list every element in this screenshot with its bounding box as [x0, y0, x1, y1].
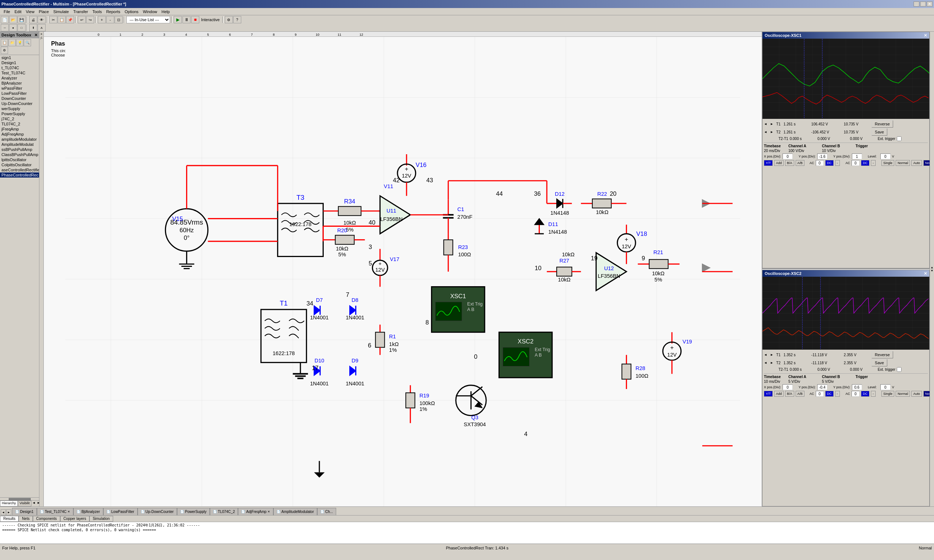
osc2-save-button[interactable]: Save [872, 359, 887, 366]
design-item-phase-short[interactable]: aseControlledRectifie [0, 167, 39, 172]
osc2-ac-a-val[interactable] [816, 391, 824, 397]
osc1-xpos-input[interactable] [783, 154, 793, 159]
bottom-tab-lowpassfilter[interactable]: 📄 LowPassFilter [103, 508, 137, 515]
osc2-dc-b-button[interactable]: DC [861, 391, 869, 397]
osc2-t1-arrow-right[interactable]: ► [770, 353, 773, 357]
design-item-downcounter[interactable]: DownCounter [0, 96, 39, 101]
osc2-ext-trigger-checkbox[interactable] [897, 367, 902, 372]
bottom-tab-bjtanalyzer[interactable]: 📄 BjtAnalyzer [73, 508, 103, 515]
osc2-single-button[interactable]: Single [882, 391, 894, 397]
design-item-design1[interactable]: Design1 [0, 60, 39, 65]
osc1-close-icon[interactable]: ✕ [924, 33, 927, 38]
new-button[interactable]: 📄 [1, 16, 9, 23]
design-item-updowncounter[interactable]: Up-DownCounter [0, 101, 39, 106]
annotation-button[interactable]: A [38, 24, 46, 31]
bottom-tab-powersupply[interactable]: 📄 PowerSupply [177, 508, 210, 515]
osc1-ext-trigger-checkbox[interactable] [897, 136, 902, 141]
osc1-save-button[interactable]: Save [872, 128, 887, 135]
osc1-add-button[interactable]: Add [774, 160, 784, 166]
osc1-reverse-button[interactable]: Reverse [872, 120, 893, 128]
design-item-phase-full[interactable]: PhaseControlledRec [0, 172, 39, 178]
toolbox-icon-1[interactable]: 📋 [1, 39, 8, 46]
osc2-yt-button[interactable]: Y/T [764, 391, 773, 397]
osc1-t2-arrow-left[interactable]: ◄ [764, 130, 767, 134]
design-item-ssbpushpull[interactable]: ssBPushPullAmp [0, 147, 39, 152]
bottom-tab-updowncounter[interactable]: 📄 Up-DownCounter [137, 508, 177, 515]
pause-button[interactable]: ⏸ [182, 16, 190, 23]
bottom-tab-adjfreqamp[interactable]: 📄 AdjFreqAmp ✕ [238, 508, 273, 515]
design-item-amplitudemodulat[interactable]: AmplitudeModulat [0, 142, 39, 147]
osc1-auto-button[interactable]: Auto [911, 160, 922, 166]
in-use-list-dropdown[interactable]: --- In-Use List --- [126, 16, 170, 23]
menu-tools[interactable]: Tools [90, 9, 104, 15]
status-tab-components[interactable]: Components [33, 516, 60, 522]
toolbox-close[interactable]: ✕ [34, 33, 38, 38]
tab-close-test[interactable]: ✕ [68, 510, 70, 513]
copy-button[interactable]: 📋 [58, 16, 66, 23]
hierarchy-tab[interactable]: Hierarchy [0, 501, 18, 506]
visibility-tab[interactable]: Visibilit [18, 501, 32, 506]
expand-down[interactable]: ▼ [931, 269, 934, 272]
osc2-close-icon[interactable]: ✕ [924, 271, 927, 276]
status-tab-simulation[interactable]: Simulation [90, 516, 113, 522]
help-button[interactable]: ? [233, 16, 241, 23]
probe-button[interactable]: ⬆ [29, 24, 37, 31]
osc2-reverse-button[interactable]: Reverse [872, 351, 893, 358]
menu-help[interactable]: Help [159, 9, 172, 15]
bottom-tab-design1[interactable]: 📄 Design1 [12, 508, 37, 515]
wire-button[interactable]: ─ [1, 24, 9, 31]
design-item-tl074c2[interactable]: TL074C_2 [0, 122, 39, 126]
minimize-button[interactable]: _ [914, 2, 919, 6]
osc1-normal-button[interactable]: Normal [896, 160, 910, 166]
menu-place[interactable]: Place [37, 9, 51, 15]
osc1-ba-button[interactable]: B/A [785, 160, 794, 166]
design-item-t-tl074c[interactable]: t_TL074C [0, 65, 39, 70]
osc1-dc-a-minus[interactable]: - [835, 160, 840, 166]
osc2-dc-a-minus[interactable]: - [835, 391, 840, 397]
osc1-dc-a-button[interactable]: DC [825, 160, 834, 166]
bottom-tab-tl074c2[interactable]: 📄 TL074C_2 [210, 508, 238, 515]
open-button[interactable]: 📂 [9, 16, 17, 23]
osc1-ac-a-val[interactable] [816, 160, 824, 166]
expand-up[interactable]: ▲ [931, 266, 934, 269]
paste-button[interactable]: 📌 [66, 16, 74, 23]
run-button[interactable]: ▶ [174, 16, 182, 23]
menu-view[interactable]: View [24, 9, 37, 15]
bottom-tab-amplitudemod[interactable]: 📄 AmplitudeModulator [273, 508, 317, 515]
osc1-dc-b-button[interactable]: DC [861, 160, 869, 166]
osc2-dc-b-minus[interactable]: - [871, 391, 875, 397]
osc2-t2-arrow-left[interactable]: ◄ [764, 361, 767, 365]
tab-nav-left[interactable]: ◄ [1, 509, 6, 515]
tab-nav-right[interactable]: ► [6, 509, 11, 515]
maximize-button[interactable]: □ [920, 2, 926, 6]
osc2-ac-b-val[interactable] [852, 391, 860, 397]
menu-file[interactable]: File [2, 9, 12, 15]
design-item-amplitudemod[interactable]: amplitudeModulator [0, 137, 39, 142]
status-tab-results[interactable]: Results [0, 516, 19, 522]
osc1-ypos-a-input[interactable] [817, 154, 827, 159]
toolbox-icon-5[interactable]: ⚙ [1, 47, 8, 54]
osc2-xpos-input[interactable] [783, 384, 793, 390]
junction-button[interactable]: ● [9, 24, 17, 31]
design-item-test-tl074c[interactable]: Test_TL074C [0, 70, 39, 75]
redo-button[interactable]: ↪ [86, 16, 94, 23]
osc1-ab-button[interactable]: A/B [796, 160, 805, 166]
toolbox-icon-4[interactable]: 🔍 [24, 39, 31, 46]
design-item-lpitts[interactable]: lpittsOscillator [0, 157, 39, 162]
menu-window[interactable]: Window [140, 9, 159, 15]
menu-transfer[interactable]: Transfer [71, 9, 91, 15]
osc1-dc-b-minus[interactable]: - [871, 160, 875, 166]
design-item-colpitts[interactable]: ColpittsOscillator [0, 162, 39, 167]
bottom-tab-ch[interactable]: 📄 Ch... [317, 508, 336, 515]
design-item-sign1[interactable]: sign1 [0, 55, 39, 60]
design-item-powersupply[interactable]: PowerSupply [0, 111, 39, 116]
print-preview-button[interactable]: 👁 [38, 16, 46, 23]
osc2-normal-button[interactable]: Normal [896, 391, 910, 397]
osc1-t2-arrow-right[interactable]: ► [770, 130, 773, 134]
osc1-ypos-b-input[interactable] [852, 154, 862, 159]
toolbox-icon-3[interactable]: 💡 [16, 39, 23, 46]
tab-left-arrow[interactable]: ◄ [31, 501, 36, 506]
osc1-t1-arrow-right[interactable]: ► [770, 122, 773, 126]
status-tab-nets[interactable]: Nets [19, 516, 33, 522]
settings-button[interactable]: ⚙ [225, 16, 233, 23]
